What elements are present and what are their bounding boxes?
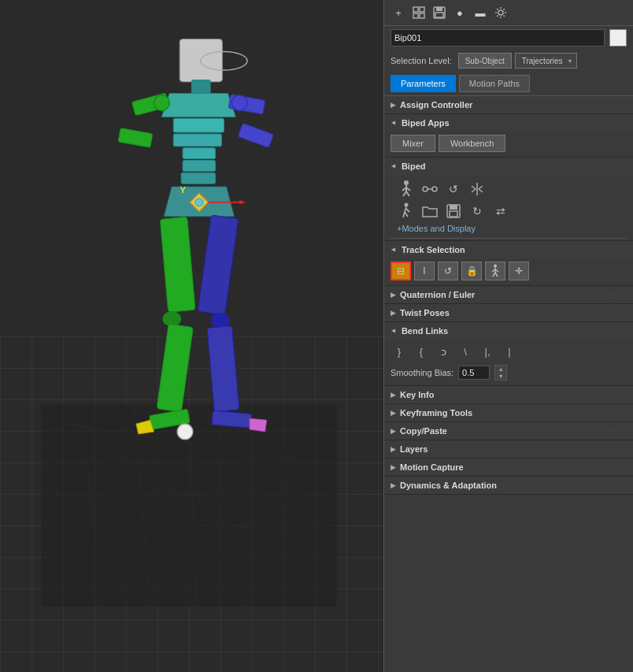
quaternion-euler-section[interactable]: ▶ Quaternion / Euler · · · ·: [384, 286, 633, 304]
layers-title: Layers: [400, 444, 609, 454]
biped-folder-icon[interactable]: [420, 202, 439, 221]
motion-capture-section[interactable]: ▶ Motion Capture · · · ·: [384, 459, 633, 477]
track-btn-all[interactable]: ⊟: [391, 262, 411, 280]
biped-dots: · · · ·: [609, 163, 627, 170]
sub-object-btn[interactable]: Sub-Object: [458, 53, 512, 69]
biped-reset-icon[interactable]: ↻: [468, 202, 487, 221]
parameters-tab[interactable]: Parameters: [391, 75, 456, 92]
copy-paste-section[interactable]: ▶ Copy/Paste · · · ·: [384, 422, 633, 440]
assign-controller-header[interactable]: ▶ Assign Controller · · · ·: [384, 96, 633, 113]
spinner-down-btn[interactable]: ▼: [495, 373, 506, 380]
spinner-up-btn[interactable]: ▲: [495, 366, 506, 373]
bend-icon-4[interactable]: \: [457, 343, 474, 360]
add-icon[interactable]: +: [391, 5, 406, 20]
svg-line-56: [406, 191, 409, 196]
bend-icon-3[interactable]: ↄ: [435, 343, 452, 360]
biped-figure-icon[interactable]: [397, 180, 416, 199]
quaternion-euler-title: Quaternion / Euler: [400, 290, 609, 299]
track-selection-section: ▼ Track Selection · · · · ⊟ I ↺ 🔒 ✛: [384, 241, 633, 286]
bend-icon-2[interactable]: {: [413, 343, 430, 360]
biped-cycle-icon[interactable]: ⇄: [491, 202, 510, 221]
svg-rect-14: [173, 118, 224, 132]
svg-marker-36: [250, 418, 267, 432]
smoothing-row: Smoothing Bias: ▲ ▼: [384, 363, 633, 385]
dynamics-adaptation-section[interactable]: ▶ Dynamics & Adaptation · · · ·: [384, 477, 633, 495]
biped-walk-icon[interactable]: [397, 202, 416, 221]
svg-marker-21: [239, 200, 246, 205]
track-btn-plus[interactable]: ✛: [509, 262, 529, 280]
track-btn-body[interactable]: I: [414, 262, 435, 280]
smoothing-spinner[interactable]: ▲ ▼: [494, 365, 507, 381]
smoothing-input[interactable]: [458, 366, 490, 380]
workbench-btn[interactable]: Workbench: [439, 135, 505, 152]
svg-point-39: [231, 95, 247, 111]
svg-point-50: [498, 10, 503, 15]
layers-dots: · · · ·: [609, 446, 627, 453]
dynamics-dots: · · · ·: [609, 482, 627, 489]
layers-section[interactable]: ▶ Layers · · · ·: [384, 440, 633, 459]
svg-rect-45: [413, 13, 418, 18]
biped-title: Biped: [402, 162, 609, 171]
copy-paste-arrow: ▶: [391, 427, 396, 435]
svg-rect-48: [436, 7, 442, 11]
biped-apps-buttons: Mixer Workbench: [384, 132, 633, 157]
svg-rect-12: [191, 80, 211, 94]
settings-icon[interactable]: [493, 5, 509, 20]
bend-links-header[interactable]: ▼ Bend Links · · · ·: [384, 322, 633, 340]
svg-line-74: [495, 273, 498, 277]
object-name-input[interactable]: [391, 29, 605, 46]
biped-apps-section: ▼ Biped Apps · · · · Mixer Workbench: [384, 114, 633, 158]
rect-icon[interactable]: ▬: [472, 5, 488, 20]
mixer-btn[interactable]: Mixer: [391, 135, 435, 152]
bend-icon-6[interactable]: |: [501, 343, 518, 360]
bend-icon-5[interactable]: |,: [479, 343, 496, 360]
keyframing-tools-title: Keyframing Tools: [400, 408, 609, 418]
svg-line-65: [405, 212, 408, 217]
smoothing-label: Smoothing Bias:: [391, 368, 453, 377]
biped-mirror-icon[interactable]: [468, 180, 487, 199]
svg-rect-15: [173, 134, 221, 147]
svg-rect-42: [181, 173, 215, 184]
biped-rotate-icon[interactable]: ↺: [444, 180, 463, 199]
svg-rect-44: [420, 7, 424, 12]
svg-point-51: [404, 180, 409, 185]
svg-rect-27: [160, 217, 195, 312]
biped-connect-icon[interactable]: [420, 180, 439, 199]
biped-header[interactable]: ▼ Biped · · · ·: [384, 158, 633, 175]
viewport[interactable]: Y: [0, 0, 383, 672]
biped-content: ↺ ↻ ⇄ +Modes and Display: [384, 175, 633, 240]
track-selection-title: Track Selection: [402, 245, 609, 254]
track-btn-figure[interactable]: [485, 262, 505, 280]
svg-point-57: [423, 187, 428, 191]
key-info-section[interactable]: ▶ Key Info · · · ·: [384, 386, 633, 404]
twist-arrow: ▶: [391, 309, 396, 317]
modes-display[interactable]: +Modes and Display: [391, 222, 627, 239]
save-icon[interactable]: [431, 5, 447, 20]
tab-row: Parameters Motion Paths: [384, 72, 633, 96]
keyframing-tools-section[interactable]: ▶ Keyframing Tools · · · ·: [384, 404, 633, 422]
biped-save-icon[interactable]: [444, 202, 463, 221]
toolbar-row: + ● ▬: [384, 0, 633, 26]
biped-apps-dots: · · · ·: [609, 120, 627, 127]
quaternion-arrow: ▶: [391, 291, 396, 299]
color-swatch[interactable]: [609, 29, 627, 46]
name-row: [384, 26, 633, 50]
biped-apps-header[interactable]: ▼ Biped Apps · · · ·: [384, 114, 633, 132]
track-selection-header[interactable]: ▼ Track Selection · · · ·: [384, 241, 633, 258]
twist-dots: · · · ·: [609, 310, 627, 317]
bend-icon-1[interactable]: }: [391, 343, 408, 360]
svg-rect-26: [238, 124, 273, 148]
svg-marker-13: [161, 94, 235, 117]
track-btn-lock[interactable]: 🔒: [461, 262, 482, 280]
motion-paths-tab[interactable]: Motion Paths: [459, 75, 530, 92]
keyframing-arrow: ▶: [391, 409, 396, 417]
twist-poses-section[interactable]: ▶ Twist Poses · · · ·: [384, 304, 633, 322]
circle-icon[interactable]: ●: [452, 5, 468, 20]
key-info-title: Key Info: [400, 390, 609, 399]
track-selection-buttons: ⊟ I ↺ 🔒 ✛: [384, 258, 633, 285]
grid-icon[interactable]: [411, 5, 427, 20]
track-btn-rotate[interactable]: ↺: [438, 262, 458, 280]
trajectories-btn[interactable]: Trajectories: [515, 53, 577, 69]
track-selection-dots: · · · ·: [609, 247, 627, 254]
copy-paste-title: Copy/Paste: [400, 426, 609, 436]
